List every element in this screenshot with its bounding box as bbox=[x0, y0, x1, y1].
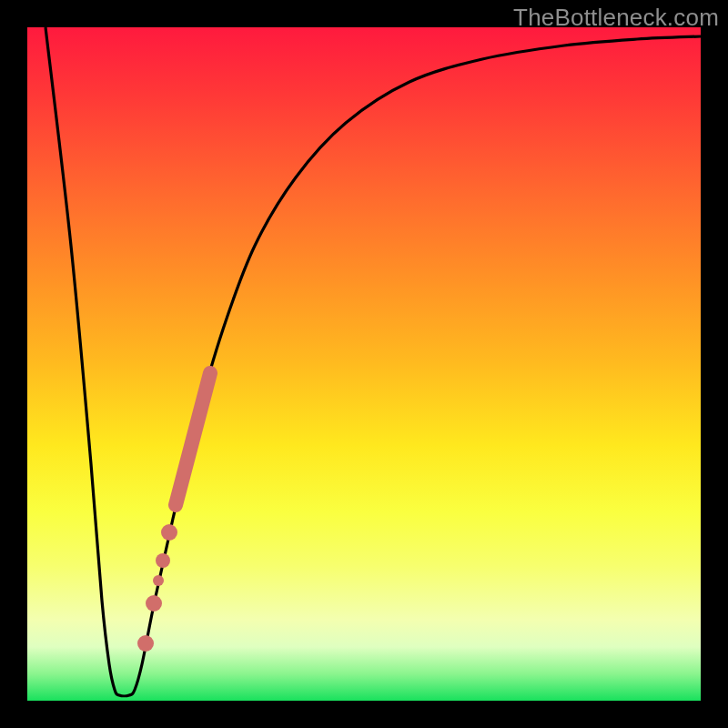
y-axis bbox=[24, 27, 27, 701]
highlight-dot bbox=[161, 524, 177, 541]
bottleneck-chart: TheBottleneck.com bbox=[0, 0, 728, 728]
chart-svg bbox=[27, 27, 701, 701]
highlight-segment bbox=[176, 373, 210, 505]
highlight-dot bbox=[146, 595, 162, 612]
highlight-dot bbox=[156, 553, 170, 568]
attribution-label: TheBottleneck.com bbox=[513, 4, 719, 32]
highlight-dot bbox=[153, 575, 164, 586]
highlight-dot bbox=[137, 635, 154, 652]
bottleneck-curve-line bbox=[46, 27, 701, 696]
x-axis bbox=[27, 701, 701, 704]
